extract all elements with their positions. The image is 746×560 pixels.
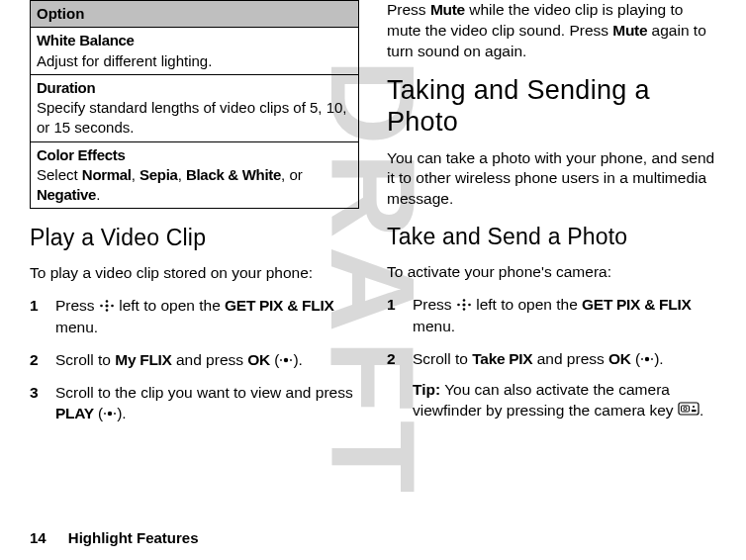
nav-key-icon — [99, 297, 115, 318]
list-item: Scroll to My FLIX and press OK (). — [30, 350, 359, 371]
center-key-icon — [103, 404, 117, 424]
steps-list: Press left to open the GET PIX & FLIX me… — [30, 296, 359, 424]
heading-take-send: Take and Send a Photo — [387, 222, 716, 252]
photo-intro: You can take a photo with your phone, an… — [387, 148, 716, 211]
heading-play-video: Play a Video Clip — [30, 223, 359, 253]
table-row: White Balance Adjust for different light… — [31, 28, 359, 75]
svg-point-5 — [284, 358, 288, 362]
list-item: Scroll to the clip you want to view and … — [30, 383, 359, 424]
page-number: 14 — [30, 529, 47, 546]
svg-point-6 — [281, 359, 283, 361]
svg-point-15 — [463, 308, 466, 311]
page-footer: 14 Highlight Features — [30, 529, 199, 546]
camera-intro: To activate your phone's camera: — [387, 262, 716, 283]
table-row: Duration Specify standard lengths of vid… — [31, 74, 359, 141]
svg-point-11 — [462, 303, 465, 306]
page-columns: Option White Balance Adjust for differen… — [0, 0, 746, 514]
heading-taking-photo: Taking and Sending a Photo — [387, 74, 716, 139]
table-header-row: Option — [31, 1, 359, 28]
svg-point-10 — [114, 413, 116, 415]
svg-point-9 — [104, 413, 106, 415]
table-row: Color Effects Select Normal, Sepia, Blac… — [31, 141, 359, 209]
camera-key-icon — [678, 401, 699, 421]
svg-rect-23 — [692, 410, 697, 412]
nav-key-icon — [456, 296, 472, 317]
svg-point-12 — [457, 303, 460, 306]
option-body: Adjust for different lighting. — [37, 51, 352, 71]
option-body: Select Normal, Sepia, Black & White, or … — [37, 165, 352, 206]
steps-list: Press left to open the GET PIX & FLIX me… — [387, 295, 716, 421]
tip-label: Tip: — [413, 381, 440, 398]
svg-point-3 — [106, 300, 109, 303]
svg-point-14 — [463, 299, 466, 302]
left-column: Option White Balance Adjust for differen… — [30, 0, 359, 514]
svg-point-21 — [684, 408, 687, 411]
svg-point-1 — [100, 304, 103, 307]
tip-block: Tip: You can also activate the camera vi… — [413, 380, 716, 421]
svg-point-16 — [645, 357, 649, 361]
svg-point-4 — [106, 309, 109, 312]
table-header: Option — [31, 1, 359, 28]
option-head: Color Effects — [37, 145, 352, 165]
center-key-icon — [279, 350, 293, 371]
svg-rect-20 — [681, 406, 689, 412]
intro-text: To play a video clip stored on your phon… — [30, 263, 359, 284]
option-body: Specify standard lengths of video clips … — [37, 98, 352, 139]
options-table: Option White Balance Adjust for differen… — [30, 0, 359, 209]
right-column: Press Mute while the video clip is playi… — [387, 0, 716, 514]
svg-point-0 — [105, 304, 108, 307]
option-head: Duration — [37, 78, 352, 98]
section-name: Highlight Features — [68, 529, 199, 546]
center-key-icon — [640, 349, 654, 370]
list-item: Press left to open the GET PIX & FLIX me… — [30, 296, 359, 337]
svg-point-8 — [108, 412, 112, 416]
svg-point-22 — [693, 406, 695, 408]
svg-point-2 — [111, 304, 114, 307]
svg-point-17 — [641, 358, 643, 360]
list-item: Scroll to Take PIX and press OK (). Tip:… — [387, 349, 716, 422]
mute-paragraph: Press Mute while the video clip is playi… — [387, 0, 716, 62]
list-item: Press left to open the GET PIX & FLIX me… — [387, 295, 716, 336]
svg-point-18 — [651, 358, 653, 360]
svg-point-13 — [468, 303, 471, 306]
option-head: White Balance — [37, 31, 352, 50]
